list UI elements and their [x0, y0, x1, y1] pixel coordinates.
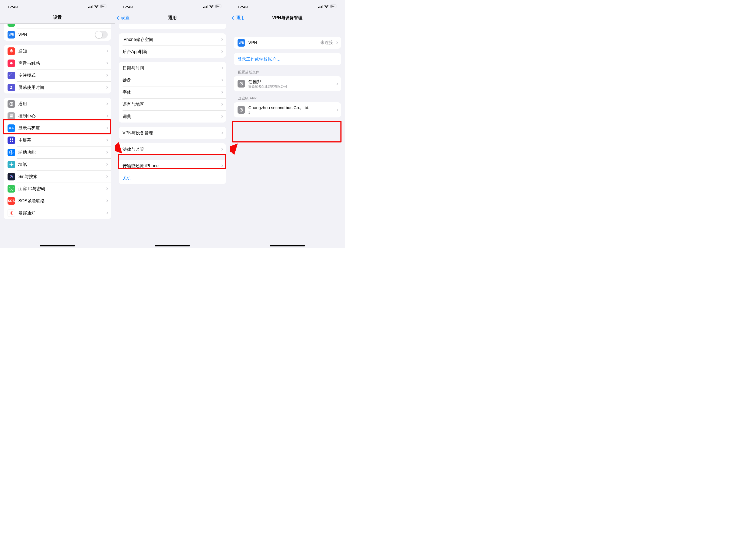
row-screentime[interactable]: 屏幕使用时间: [4, 81, 111, 93]
grid-icon: [8, 137, 15, 144]
row-datetime[interactable]: 日期与时间: [119, 62, 226, 74]
svg-point-31: [11, 165, 12, 166]
row-focus[interactable]: 专注模式: [4, 69, 111, 81]
chevron-right-icon: [221, 67, 223, 69]
row-label: 控制中心: [18, 113, 104, 118]
svg-point-67: [241, 109, 242, 110]
signal-icon: [318, 4, 323, 9]
chevron-right-icon: [221, 148, 223, 151]
chevron-right-icon: [221, 132, 223, 134]
row-enterprise-app[interactable]: Guangzhou second bus Co., Ltd. 1: [234, 102, 341, 117]
chevron-right-icon: [336, 109, 338, 111]
svg-rect-56: [318, 7, 319, 8]
row-vpn-device-management[interactable]: VPN与设备管理: [119, 127, 226, 139]
moon-icon: [8, 72, 15, 79]
chevron-right-icon: [106, 139, 108, 142]
row-display[interactable]: AA 显示与亮度: [4, 122, 111, 134]
row-siri[interactable]: Siri与搜索: [4, 170, 111, 183]
svg-text:34: 34: [332, 5, 335, 8]
row-transfer-reset[interactable]: 传输或还原 iPhone: [119, 160, 226, 172]
chevron-right-icon: [106, 127, 108, 130]
status-bar: 17:49 34: [115, 0, 230, 12]
svg-point-22: [12, 117, 12, 117]
nav-title: 通用: [168, 15, 177, 21]
row-homescreen[interactable]: 主屏幕: [4, 134, 111, 146]
row-label: 键盘: [123, 78, 219, 83]
row-wallpaper[interactable]: 墙纸: [4, 158, 111, 170]
bell-icon: [8, 47, 15, 55]
svg-line-17: [10, 105, 10, 106]
row-label: 声音与触感: [18, 61, 104, 66]
row-signin-work-school[interactable]: 登录工作或学校帐户…: [234, 53, 341, 65]
profile-title: 任推邦: [248, 79, 334, 84]
status-time: 17:49: [123, 5, 133, 9]
row-faceid[interactable]: 面容 ID与密码: [4, 183, 111, 195]
row-keyboard[interactable]: 键盘: [119, 74, 226, 86]
row-language-region[interactable]: 语言与地区: [119, 98, 226, 110]
row-notifications[interactable]: 通知: [4, 45, 111, 57]
row-background-refresh[interactable]: 后台App刷新: [119, 46, 226, 58]
row-label: 登录工作或学校帐户…: [238, 57, 338, 62]
list-group-profile: 任推邦 安徽聚名企业咨询有限公司: [234, 76, 341, 91]
svg-rect-57: [320, 6, 320, 8]
svg-rect-24: [12, 138, 13, 140]
back-label: 设置: [121, 15, 130, 21]
list-group-vpn: VPN VPN 未连接: [234, 37, 341, 49]
chevron-right-icon: [221, 165, 223, 167]
chevron-right-icon: [106, 62, 108, 65]
flower-icon: [8, 161, 15, 168]
nav-bar: 通用 VPN与设备管理: [230, 12, 345, 24]
chevron-left-icon: [117, 16, 120, 20]
list-group-vpn: VPN与设备管理: [119, 127, 226, 139]
chevron-right-icon: [221, 103, 223, 106]
siri-icon: [8, 173, 15, 180]
row-label: 屏幕使用时间: [18, 85, 104, 90]
arrow-2: [230, 143, 241, 164]
battery-icon: 34: [215, 4, 222, 9]
row-label: VPN: [18, 32, 95, 37]
row-general[interactable]: 通用: [4, 98, 111, 110]
row-control-center[interactable]: 控制中心: [4, 110, 111, 122]
svg-line-46: [12, 211, 13, 212]
row-sounds[interactable]: 声音与触感: [4, 57, 111, 69]
row-exposure[interactable]: 暴露通知: [4, 207, 111, 219]
hourglass-icon: [8, 84, 15, 91]
signal-icon: [203, 4, 208, 9]
chevron-right-icon: [106, 86, 108, 89]
battery-icon: 34: [100, 4, 107, 9]
chevron-right-icon: [106, 163, 108, 166]
svg-rect-25: [10, 141, 11, 142]
svg-point-37: [12, 188, 12, 189]
row-dictionary[interactable]: 词典: [119, 110, 226, 123]
row-iphone-storage[interactable]: iPhone储存空间: [119, 33, 226, 46]
row-hotspot-partial[interactable]: ⋯: [4, 24, 111, 29]
chevron-right-icon: [336, 82, 338, 85]
svg-point-30: [11, 162, 12, 164]
row-profile-rentuibang[interactable]: 任推邦 安徽聚名企业咨询有限公司: [234, 76, 341, 91]
row-label: 专注模式: [18, 73, 104, 78]
home-indicator: [270, 245, 305, 246]
svg-rect-0: [88, 7, 89, 8]
vpn-switch[interactable]: [95, 31, 108, 39]
back-button[interactable]: 设置: [117, 12, 130, 24]
home-indicator: [40, 245, 75, 246]
row-shutdown[interactable]: 关机: [119, 172, 226, 184]
back-button[interactable]: 通用: [232, 12, 245, 24]
row-vpn-status[interactable]: VPN VPN 未连接: [234, 37, 341, 49]
list-group-legal: 法律与监管: [119, 143, 226, 155]
row-fonts[interactable]: 字体: [119, 86, 226, 98]
svg-line-16: [12, 105, 13, 106]
row-legal[interactable]: 法律与监管: [119, 143, 226, 155]
speaker-icon: [8, 60, 15, 67]
chevron-right-icon: [221, 91, 223, 94]
wifi-icon: [324, 4, 329, 9]
svg-rect-54: [222, 6, 222, 7]
row-accessibility[interactable]: 辅助功能: [4, 146, 111, 158]
list-group-enterprise: Guangzhou second bus Co., Ltd. 1: [234, 102, 341, 117]
chevron-right-icon: [221, 79, 223, 82]
wifi-icon: [209, 4, 214, 9]
row-sos[interactable]: SOS SOS紧急联络: [4, 195, 111, 207]
status-icons: 34: [318, 4, 337, 9]
row-label: 主屏幕: [18, 138, 104, 143]
row-vpn-toggle[interactable]: VPN VPN: [4, 29, 111, 41]
